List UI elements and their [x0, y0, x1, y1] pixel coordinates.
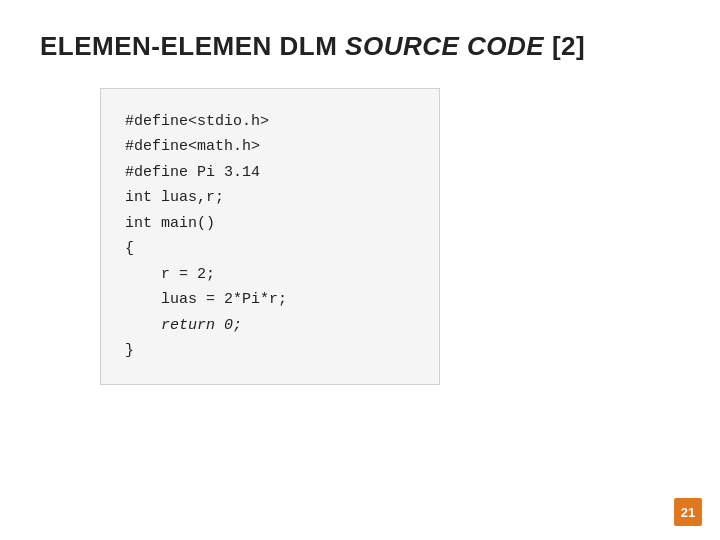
slide-title: ELEMEN-ELEMEN DLM SOURCE CODE [2] — [40, 30, 680, 64]
title-suffix: [2] — [544, 31, 585, 61]
title-prefix: ELEMEN-ELEMEN DLM — [40, 31, 345, 61]
code-block: #define<stdio.h> #define<math.h> #define… — [100, 88, 440, 385]
code-content: #define<stdio.h> #define<math.h> #define… — [125, 109, 415, 364]
title-italic: SOURCE CODE — [345, 31, 544, 61]
slide-container: ELEMEN-ELEMEN DLM SOURCE CODE [2] #defin… — [0, 0, 720, 540]
page-number: 21 — [674, 498, 702, 526]
